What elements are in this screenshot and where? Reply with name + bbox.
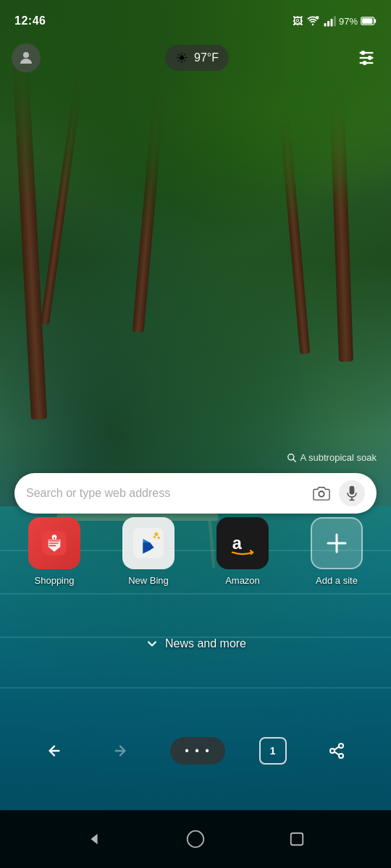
svg-point-9 [23,52,29,58]
forward-arrow-icon [112,743,128,759]
ripple-4 [0,687,391,689]
search-placeholder: Search or type web address [26,487,308,500]
svg-point-15 [363,61,367,65]
amazon-logo-icon: a [227,528,258,558]
svg-rect-2 [324,23,326,27]
battery-percent: 97% [339,16,358,27]
photo-credit[interactable]: A subtropical soak [287,452,377,463]
person-icon [17,49,35,67]
svg-rect-7 [374,19,377,22]
bing-label: New Bing [128,575,169,586]
mic-icon [345,485,358,501]
android-recents-button[interactable] [284,826,310,852]
svg-point-27 [158,537,160,539]
home-circle-icon [186,830,205,848]
forward-button[interactable] [104,735,136,767]
bottom-nav-bar: • • • 1 [0,735,391,767]
svg-point-18 [319,491,324,496]
status-bar: 12:46 🖼 97% [0,0,391,36]
ripple-2 [0,593,391,595]
shopping-icon-container [28,517,80,569]
news-more-label: News and more [165,637,246,650]
share-button[interactable] [321,735,353,767]
photo-credit-text: A subtropical soak [300,452,377,463]
share-icon [328,742,345,760]
sliders-icon [356,48,377,68]
shopping-label: Shopping [35,575,75,586]
android-back-button[interactable] [81,826,107,852]
svg-line-36 [334,746,338,749]
bing-icon-container [122,517,175,569]
gallery-icon: 🖼 [293,15,303,27]
status-time: 12:46 [14,14,46,27]
plus-icon [325,532,348,555]
signal-icon [323,15,336,27]
svg-point-35 [339,754,343,758]
menu-dots-icon: • • • [185,744,211,757]
quick-link-add-site[interactable]: Add a site [297,517,377,586]
chevron-down-icon [145,637,159,651]
bing-logo-icon [133,528,164,558]
svg-rect-5 [334,16,336,26]
weather-sun-icon: ☀ [175,49,188,67]
back-button[interactable] [38,735,70,767]
search-small-icon [287,453,297,463]
quick-link-amazon[interactable]: a Amazon [203,517,282,586]
mic-button[interactable] [339,480,365,506]
android-home-button[interactable] [182,826,209,852]
svg-rect-4 [330,19,332,27]
back-triangle-icon [86,831,102,847]
svg-point-34 [330,749,335,753]
quick-links: Shopping New Bing a [14,517,377,586]
svg-line-17 [293,459,296,461]
svg-rect-8 [362,18,372,24]
shopping-tag-icon [40,529,69,558]
add-site-label: Add a site [316,575,358,586]
weather-widget[interactable]: ☀ 97°F [165,45,229,71]
top-widgets: ☀ 97°F [12,43,379,72]
svg-rect-40 [291,833,303,846]
tab-count-button[interactable]: 1 [259,737,287,765]
battery-icon [361,16,377,26]
search-bar[interactable]: Search or type web address [14,473,377,514]
svg-line-37 [334,752,338,754]
weather-temperature: 97°F [194,51,219,64]
svg-point-26 [154,532,158,536]
svg-rect-19 [350,486,355,495]
svg-point-28 [154,536,156,538]
svg-point-33 [339,744,343,748]
svg-point-14 [368,56,372,60]
add-site-icon-container [311,517,363,569]
recents-square-icon [289,831,305,847]
svg-rect-3 [327,21,329,27]
svg-text:a: a [232,534,243,553]
android-nav-bar [0,810,391,868]
amazon-icon-container: a [216,517,269,569]
camera-button[interactable] [308,480,335,506]
news-more-section[interactable]: News and more [0,637,391,651]
back-arrow-icon [46,743,62,759]
quick-link-bing[interactable]: New Bing [109,517,188,586]
amazon-label: Amazon [225,575,260,586]
camera-icon [312,485,331,501]
wifi-icon [306,15,320,27]
svg-point-39 [188,831,204,848]
svg-marker-38 [91,834,97,845]
tab-switcher-button[interactable]: • • • [170,737,225,765]
settings-button[interactable] [353,45,379,71]
svg-point-13 [361,51,365,55]
quick-link-shopping[interactable]: Shopping [14,517,94,586]
tab-count-label: 1 [270,745,276,757]
profile-icon[interactable] [12,43,41,72]
status-icons: 🖼 97% [293,15,377,27]
